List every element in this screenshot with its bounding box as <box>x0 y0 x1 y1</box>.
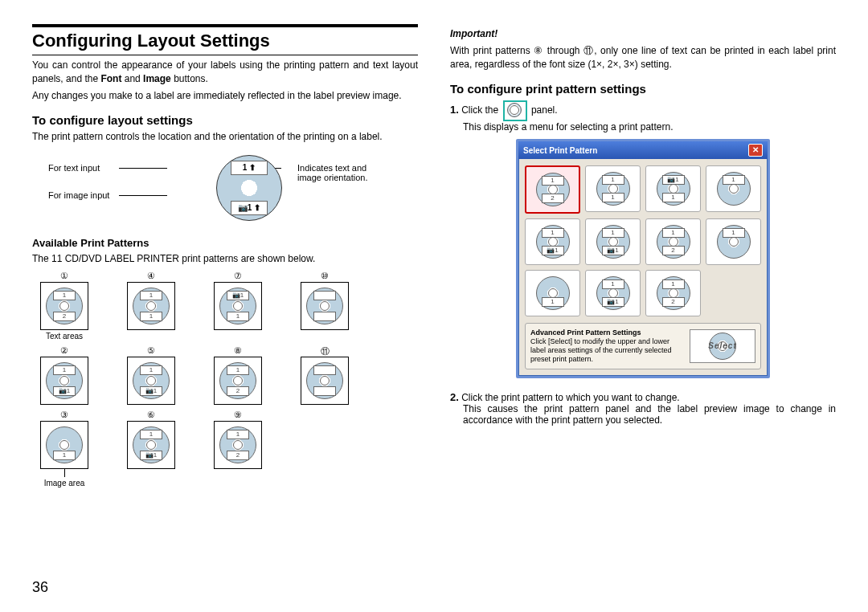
section-print-pattern-title: To configure print pattern settings <box>450 82 836 96</box>
step-1: 1. Click the panel. This displays a menu… <box>450 100 836 133</box>
label-image-area: Image area <box>32 479 96 488</box>
pattern-num: ⑪ <box>293 345 357 357</box>
pattern-option[interactable]: 12 <box>645 218 701 265</box>
pattern-option[interactable]: 11 <box>585 165 641 212</box>
step-1-desc: This displays a menu for selecting a pri… <box>463 121 836 133</box>
pattern-num: ⑦ <box>206 271 270 282</box>
pattern-num: ③ <box>32 410 96 421</box>
adv-title: Advanced Print Pattern Settings <box>530 328 683 337</box>
pattern-option[interactable]: 1 <box>525 270 580 316</box>
pattern-option[interactable]: 📷11 <box>645 165 701 212</box>
advanced-settings-box: Advanced Print Pattern Settings Click [S… <box>525 323 761 369</box>
pattern-option[interactable]: 1📷1 <box>525 218 580 265</box>
label-orientation: Indicates text and image orientation. <box>297 163 386 182</box>
step-2-desc: This causes the print pattern panel and … <box>463 403 836 426</box>
section-layout-title: To configure layout settings <box>32 113 418 127</box>
pattern-num: ⑨ <box>206 410 270 421</box>
page-heading: Configuring Layout Settings <box>32 24 418 55</box>
pattern-num: ① <box>32 271 96 282</box>
pattern-num: ⑩ <box>293 271 357 282</box>
pattern-option[interactable]: 1 <box>706 165 761 212</box>
section-patterns-title: Available Print Patterns <box>32 237 418 249</box>
step-2: 2. Click the print pattern to which you … <box>450 391 836 426</box>
dialog-title: Select Print Pattern <box>523 146 597 155</box>
label-text-areas: Text areas <box>32 332 96 341</box>
pattern-option[interactable]: 12 <box>645 270 701 316</box>
pattern-option[interactable]: 1📷1 <box>585 270 641 316</box>
pattern-option[interactable]: 1📷1 <box>585 218 641 265</box>
select-button[interactable]: Select <box>690 329 755 363</box>
important-label: Important! <box>450 28 497 39</box>
adv-body: Click [Select] to modify the upper and l… <box>530 337 683 363</box>
label-image-input: For image input <box>48 190 109 200</box>
pattern-option[interactable]: 12 <box>525 165 580 214</box>
layout-diagram: For text input For image input Indicates… <box>32 152 418 224</box>
intro-1: You can control the appearance of your l… <box>32 59 418 86</box>
section-layout-body: The print pattern controls the location … <box>32 130 418 144</box>
important-body: With print patterns ⑧ through ⑪, only on… <box>450 44 836 71</box>
label-text-input: For text input <box>48 163 100 173</box>
pattern-num: ② <box>32 345 96 357</box>
pattern-num: ⑧ <box>206 345 270 357</box>
pattern-num: ⑥ <box>119 410 183 421</box>
pattern-num: ④ <box>119 271 183 282</box>
close-icon[interactable]: ✕ <box>748 144 763 157</box>
panel-icon <box>503 100 527 121</box>
pattern-option[interactable]: 1 <box>706 218 761 265</box>
section-patterns-body: The 11 CD/DVD LABEL PRINTER print patter… <box>32 252 418 266</box>
pattern-grid: ① 12 Text areas ④ 11 ⑦ 📷11 ⑩ ② 1📷1 ⑤ 1📷1… <box>32 271 418 488</box>
disc-icon: 1 ⬆ 📷1 ⬆ <box>216 155 282 221</box>
intro-2: Any changes you make to a label are imme… <box>32 89 418 103</box>
select-print-pattern-dialog: Select Print Pattern ✕ 12 11 📷11 1 1📷1 1… <box>516 139 770 377</box>
pattern-num: ⑤ <box>119 345 183 357</box>
